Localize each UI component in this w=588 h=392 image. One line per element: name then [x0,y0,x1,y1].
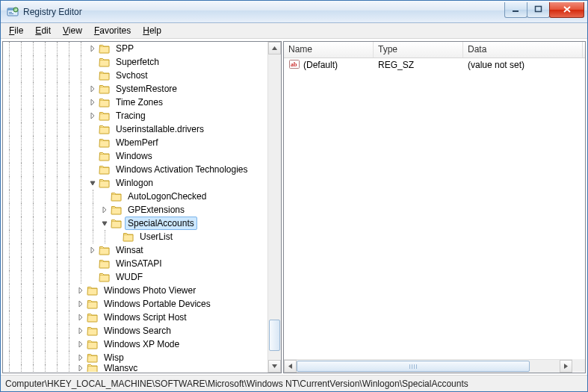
tree-item[interactable]: AutoLogonChecked [3,190,268,203]
folder-icon [87,338,99,350]
values-list[interactable]: (Default)REG_SZ(value not set) [284,58,585,359]
maximize-button[interactable] [527,2,550,18]
tree-item[interactable]: WbemPerf [3,136,268,149]
tree-item[interactable]: UserList [3,230,268,243]
folder-icon [87,298,99,310]
tree-item[interactable]: Windows Search [3,324,268,337]
folder-icon [99,258,111,270]
tree-item[interactable]: Windows [3,149,268,163]
tree-item-label: UserList [137,230,176,243]
tree-item[interactable]: Windows Photo Viewer [3,284,268,297]
tree-item-label: Windows XP Mode [101,337,182,351]
folder-icon [99,177,111,189]
tree-item[interactable]: SPP [3,42,268,55]
tree-item[interactable]: Svchost [3,69,268,82]
close-button[interactable] [549,2,584,18]
menu-edit[interactable]: Edit [30,25,56,37]
tree-item[interactable]: Windows Script Host [3,311,268,324]
tree-item[interactable]: Wlansvc [3,364,268,372]
expand-icon[interactable] [75,300,87,308]
collapse-icon[interactable] [87,179,99,187]
tree-item[interactable]: Time Zones [3,96,268,109]
folder-icon [87,325,99,337]
scroll-down-button[interactable] [268,360,281,373]
menubar: File Edit View Favorites Help [1,23,587,39]
scroll-left-button[interactable] [284,360,297,373]
tree-item[interactable]: Tracing [3,109,268,122]
expand-icon[interactable] [87,112,99,119]
tree-item-label: Userinstallable.drivers [113,122,207,136]
cell-data: (value not set) [463,60,583,70]
expand-icon[interactable] [75,354,87,361]
menu-favorites[interactable]: Favorites [89,25,136,37]
scroll-right-button[interactable] [560,360,572,373]
menu-help[interactable]: Help [137,25,167,37]
tree-item[interactable]: SystemRestore [3,82,268,96]
collapse-icon[interactable] [99,220,111,227]
titlebar[interactable]: Registry Editor [1,1,587,23]
scroll-track[interactable] [297,360,560,373]
scroll-thumb[interactable] [297,361,530,372]
tree-item-label: WUDF [113,270,146,284]
expand-icon[interactable] [87,99,99,106]
tree-item[interactable]: Wisp [3,351,268,364]
tree-item-label: Winlogon [113,176,156,190]
registry-editor-window: Registry Editor File Edit View Favorites… [0,0,588,392]
window-buttons [505,2,584,17]
expand-icon[interactable] [75,287,87,294]
tree-item[interactable]: Windows Activation Technologies [3,163,268,176]
tree-item-label: Wlansvc [101,364,140,372]
scroll-track[interactable] [268,55,281,360]
value-row[interactable]: (Default)REG_SZ(value not set) [284,58,585,72]
folder-icon [99,96,111,108]
tree-item-label: Time Zones [113,96,166,109]
tree-item[interactable]: GPExtensions [3,203,268,217]
values-horizontal-scrollbar[interactable] [284,359,572,373]
scroll-thumb[interactable] [269,320,280,351]
tree-item[interactable]: Winlogon [3,176,268,190]
column-header-data[interactable]: Data [463,42,583,57]
folder-icon [99,244,111,256]
cell-text: REG_SZ [378,60,414,70]
expand-icon[interactable] [75,314,87,321]
column-header-name[interactable]: Name [284,42,374,57]
minimize-button[interactable] [504,2,527,18]
expand-icon[interactable] [87,246,99,254]
folder-icon [87,364,99,372]
tree-item[interactable]: Windows Portable Devices [3,297,268,311]
expand-icon[interactable] [99,206,111,214]
tree-item-label: GPExtensions [125,203,188,217]
menu-view[interactable]: View [58,25,87,37]
tree-item[interactable]: Windows XP Mode [3,337,268,351]
menu-file[interactable]: File [4,25,28,37]
expand-icon[interactable] [75,327,87,335]
folder-icon [87,352,99,364]
folder-icon [99,43,111,55]
expand-icon[interactable] [75,364,87,372]
folder-icon [99,69,111,81]
cell-name: (Default) [284,58,374,72]
tree-item[interactable]: Winsat [3,243,268,257]
tree-vertical-scrollbar[interactable] [267,42,281,373]
tree-item-label: Windows Photo Viewer [101,284,199,297]
tree-item[interactable]: Superfetch [3,55,268,69]
expand-icon[interactable] [87,85,99,93]
tree-item-label: AutoLogonChecked [125,190,209,203]
expand-icon[interactable] [87,45,99,52]
tree-item[interactable]: Userinstallable.drivers [3,122,268,136]
tree-item-label: Windows Activation Technologies [113,163,251,176]
tree-item[interactable]: WUDF [3,270,268,284]
registry-tree[interactable]: SPPSuperfetchSvchostSystemRestoreTime Zo… [3,42,268,373]
scroll-up-button[interactable] [268,42,281,55]
cell-text: (value not set) [468,60,524,70]
expand-icon[interactable] [75,340,87,348]
folder-icon [99,56,111,68]
tree-item-label: Windows Search [101,324,174,337]
tree-item-label: Wisp [101,351,127,364]
svg-rect-8 [536,7,542,12]
tree-pane: SPPSuperfetchSvchostSystemRestoreTime Zo… [2,41,282,373]
tree-item[interactable]: SpecialAccounts [3,217,268,230]
tree-item-label: WinSATAPI [113,257,165,270]
column-header-type[interactable]: Type [374,42,463,57]
tree-item[interactable]: WinSATAPI [3,257,268,270]
